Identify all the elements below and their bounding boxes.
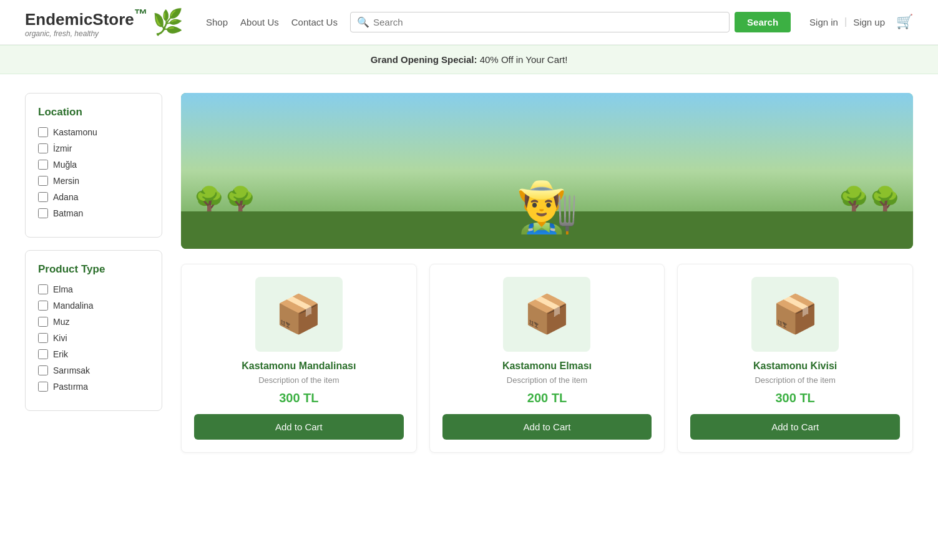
hero-trees-left: 🌳🌳: [193, 185, 256, 215]
promo-banner: Grand Opening Special: 40% Off in Your C…: [0, 45, 938, 74]
product-name-2: Kastamonu Kivisi: [753, 360, 837, 372]
product-name-0: Kastamonu Mandalinası: [242, 360, 356, 372]
search-button[interactable]: Search: [735, 12, 791, 32]
products-grid: 📦 Kastamonu Mandalinası Description of t…: [181, 264, 913, 453]
header: EndemicStore™ organic, fresh, healthy 🌿 …: [0, 0, 938, 45]
banner-text: 40% Off in Your Cart!: [480, 54, 568, 65]
location-mugla[interactable]: Muğla: [38, 160, 149, 170]
nav-shop[interactable]: Shop: [206, 17, 228, 27]
hero-farmer: 👨‍🌾: [516, 178, 579, 236]
product-card-1: 📦 Kastamonu Elması Description of the it…: [429, 264, 665, 453]
right-content: 🌳🌳 👨‍🌾 🌳🌳 📦 Kastamonu Mandalinası Descri…: [181, 93, 913, 453]
location-batman[interactable]: Batman: [38, 208, 149, 218]
product-desc-1: Description of the item: [507, 375, 587, 385]
logo-text: EndemicStore™ organic, fresh, healthy: [25, 6, 147, 38]
logo-area: EndemicStore™ organic, fresh, healthy 🌿: [25, 6, 187, 38]
product-box-icon-2: 📦: [772, 292, 819, 336]
location-filter-title: Location: [38, 106, 149, 118]
location-adana[interactable]: Adana: [38, 192, 149, 202]
product-price-1: 200 TL: [527, 391, 567, 405]
cart-icon[interactable]: 🛒: [896, 14, 913, 30]
type-sarimsak-checkbox[interactable]: [38, 365, 48, 375]
type-mandalina[interactable]: Mandalina: [38, 301, 149, 311]
product-card-0: 📦 Kastamonu Mandalinası Description of t…: [181, 264, 417, 453]
logo-tagline: organic, fresh, healthy: [25, 29, 147, 38]
signup-link[interactable]: Sign up: [853, 17, 885, 27]
product-desc-0: Description of the item: [258, 375, 339, 385]
product-image-1: 📦: [503, 277, 590, 352]
product-image-2: 📦: [751, 277, 839, 352]
nav-about[interactable]: About Us: [240, 17, 279, 27]
logo-superscript: ™: [134, 6, 148, 22]
product-image-0: 📦: [255, 277, 343, 352]
auth-divider: |: [844, 16, 847, 27]
location-adana-checkbox[interactable]: [38, 192, 48, 202]
product-card-2: 📦 Kastamonu Kivisi Description of the it…: [677, 264, 913, 453]
add-to-cart-button-1[interactable]: Add to Cart: [442, 414, 652, 440]
hero-trees-right: 🌳🌳: [838, 185, 901, 215]
product-desc-2: Description of the item: [755, 375, 835, 385]
logo-store-name: EndemicStore: [25, 10, 134, 29]
location-mersin[interactable]: Mersin: [38, 176, 149, 186]
location-mugla-checkbox[interactable]: [38, 160, 48, 170]
hero-image: 🌳🌳 👨‍🌾 🌳🌳: [181, 93, 913, 249]
location-mersin-checkbox[interactable]: [38, 176, 48, 186]
type-elma[interactable]: Elma: [38, 284, 149, 294]
search-input[interactable]: [373, 17, 723, 27]
add-to-cart-button-0[interactable]: Add to Cart: [194, 414, 404, 440]
search-wrapper: 🔍: [350, 12, 730, 32]
product-box-icon-0: 📦: [275, 292, 322, 336]
product-name-1: Kastamonu Elması: [502, 360, 592, 372]
leaf-icon: 🌿: [152, 7, 183, 37]
type-erik[interactable]: Erik: [38, 349, 149, 359]
product-price-0: 300 TL: [279, 391, 318, 405]
product-type-filter-title: Product Type: [38, 263, 149, 276]
location-batman-checkbox[interactable]: [38, 208, 48, 218]
auth-links: Sign in | Sign up 🛒: [809, 14, 913, 30]
type-pastirma[interactable]: Pastırma: [38, 382, 149, 392]
type-muz-checkbox[interactable]: [38, 317, 48, 327]
product-type-filter-box: Product Type Elma Mandalina Muz Kivi Eri…: [25, 250, 162, 411]
main-nav: Shop About Us Contact Us: [206, 17, 338, 27]
location-kastamonu-checkbox[interactable]: [38, 127, 48, 137]
location-izmir[interactable]: İzmir: [38, 143, 149, 153]
location-kastamonu[interactable]: Kastamonu: [38, 127, 149, 137]
search-icon: 🔍: [357, 16, 369, 28]
main-content: Location Kastamonu İzmir Muğla Mersin Ad…: [0, 74, 938, 471]
type-kivi-checkbox[interactable]: [38, 333, 48, 343]
banner-bold: Grand Opening Special:: [371, 54, 477, 65]
location-izmir-checkbox[interactable]: [38, 143, 48, 153]
type-pastirma-checkbox[interactable]: [38, 382, 48, 392]
product-price-2: 300 TL: [775, 391, 814, 405]
signin-link[interactable]: Sign in: [809, 17, 838, 27]
type-kivi[interactable]: Kivi: [38, 333, 149, 343]
location-filter-box: Location Kastamonu İzmir Muğla Mersin Ad…: [25, 93, 162, 238]
type-erik-checkbox[interactable]: [38, 349, 48, 359]
hero-scene: 🌳🌳 👨‍🌾 🌳🌳: [181, 93, 913, 249]
add-to-cart-button-2[interactable]: Add to Cart: [690, 414, 900, 440]
type-elma-checkbox[interactable]: [38, 284, 48, 294]
type-muz[interactable]: Muz: [38, 317, 149, 327]
product-box-icon-1: 📦: [524, 292, 570, 336]
type-mandalina-checkbox[interactable]: [38, 301, 48, 311]
nav-contact[interactable]: Contact Us: [291, 17, 338, 27]
sidebar: Location Kastamonu İzmir Muğla Mersin Ad…: [25, 93, 162, 453]
type-sarimsak[interactable]: Sarımsak: [38, 365, 149, 375]
search-area: 🔍 Search: [350, 12, 791, 32]
logo-name: EndemicStore™: [25, 6, 147, 29]
